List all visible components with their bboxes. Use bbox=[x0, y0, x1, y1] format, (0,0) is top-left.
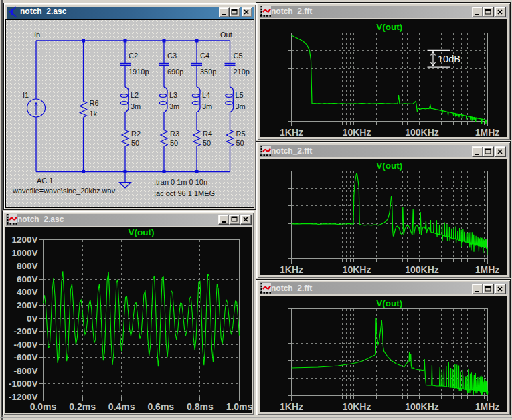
svg-text:100KHz: 100KHz bbox=[405, 127, 439, 138]
svg-text:1KHz: 1KHz bbox=[280, 127, 303, 138]
svg-text:10dB: 10dB bbox=[438, 54, 460, 64]
svg-text:V(out): V(out) bbox=[376, 298, 402, 308]
svg-text:10KHz: 10KHz bbox=[343, 264, 371, 275]
svg-text:V(out): V(out) bbox=[376, 161, 402, 171]
svg-text:-600V: -600V bbox=[13, 352, 37, 362]
svg-text:L4: L4 bbox=[202, 91, 210, 99]
svg-text:L5: L5 bbox=[236, 91, 244, 99]
svg-text:1200V: 1200V bbox=[11, 235, 37, 245]
svg-text:690p: 690p bbox=[167, 68, 183, 76]
svg-text:10KHz: 10KHz bbox=[343, 401, 371, 412]
svg-text:-400V: -400V bbox=[13, 340, 37, 350]
svg-text:10KHz: 10KHz bbox=[343, 127, 371, 138]
svg-text:L3: L3 bbox=[169, 91, 177, 99]
svg-text:-800V: -800V bbox=[13, 366, 37, 376]
svg-text:50: 50 bbox=[236, 139, 244, 147]
svg-text:Out: Out bbox=[220, 31, 232, 39]
svg-text:0.2ms: 0.2ms bbox=[69, 401, 96, 412]
svg-text:0.8ms: 0.8ms bbox=[187, 401, 214, 412]
svg-text:-1000V: -1000V bbox=[9, 379, 38, 389]
svg-text:-1200V: -1200V bbox=[9, 392, 38, 402]
svg-text:V(out): V(out) bbox=[376, 22, 402, 32]
svg-text:R4: R4 bbox=[203, 130, 212, 138]
svg-text:R6: R6 bbox=[90, 99, 99, 107]
svg-text:C5: C5 bbox=[234, 51, 243, 60]
svg-text:I1: I1 bbox=[23, 91, 29, 99]
svg-text:1KHz: 1KHz bbox=[280, 264, 303, 275]
svg-text:1000V: 1000V bbox=[11, 248, 37, 258]
svg-text:.tran 0 1m 0 10n: .tran 0 1m 0 10n bbox=[154, 178, 207, 186]
svg-text:600V: 600V bbox=[17, 274, 38, 284]
svg-text:-200V: -200V bbox=[13, 326, 37, 336]
svg-text:R3: R3 bbox=[170, 130, 179, 138]
svg-text:3m: 3m bbox=[236, 102, 246, 110]
svg-text:1MHz: 1MHz bbox=[475, 401, 500, 412]
svg-text:50: 50 bbox=[170, 139, 178, 147]
svg-text:AC 1: AC 1 bbox=[37, 177, 53, 185]
svg-text:400V: 400V bbox=[17, 287, 38, 297]
svg-text:350p: 350p bbox=[200, 68, 216, 76]
svg-text:C3: C3 bbox=[167, 51, 177, 60]
svg-text:0.6ms: 0.6ms bbox=[147, 401, 174, 412]
svg-text:R2: R2 bbox=[131, 130, 141, 138]
svg-text:;ac oct 96 1 1MEG: ;ac oct 96 1 1MEG bbox=[154, 189, 215, 197]
svg-text:L2: L2 bbox=[131, 91, 139, 99]
svg-text:R5: R5 bbox=[236, 130, 246, 138]
svg-text:1MHz: 1MHz bbox=[475, 127, 500, 138]
svg-text:wavefile=wave\sine_20khz.wav: wavefile=wave\sine_20khz.wav bbox=[12, 187, 116, 195]
svg-text:50: 50 bbox=[131, 139, 139, 147]
svg-text:1k: 1k bbox=[90, 110, 98, 118]
svg-text:210p: 210p bbox=[234, 68, 250, 76]
svg-text:0V: 0V bbox=[27, 314, 38, 324]
svg-text:C2: C2 bbox=[129, 51, 138, 60]
svg-text:In: In bbox=[34, 31, 40, 39]
svg-text:100KHz: 100KHz bbox=[405, 401, 439, 412]
svg-text:200V: 200V bbox=[17, 300, 38, 310]
svg-text:0.0ms: 0.0ms bbox=[30, 401, 57, 412]
svg-text:C4: C4 bbox=[200, 51, 209, 60]
svg-text:1KHz: 1KHz bbox=[280, 401, 303, 412]
svg-text:V(out): V(out) bbox=[129, 227, 155, 237]
svg-text:3m: 3m bbox=[202, 102, 212, 110]
svg-text:3m: 3m bbox=[169, 102, 179, 110]
svg-text:3m: 3m bbox=[131, 102, 141, 110]
svg-text:100KHz: 100KHz bbox=[405, 264, 439, 275]
svg-text:1MHz: 1MHz bbox=[475, 264, 500, 275]
svg-text:800V: 800V bbox=[17, 261, 38, 271]
svg-text:1910p: 1910p bbox=[129, 68, 149, 76]
svg-text:1.0ms: 1.0ms bbox=[226, 401, 252, 412]
svg-text:50: 50 bbox=[203, 139, 211, 147]
svg-text:0.4ms: 0.4ms bbox=[108, 401, 135, 412]
